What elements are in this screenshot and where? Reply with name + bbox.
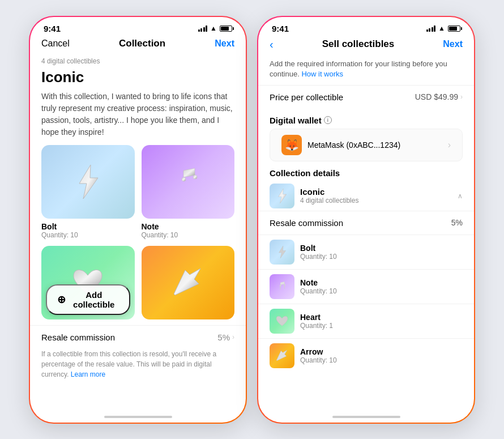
note-icon [171,165,205,199]
resale-disclaimer: If a collectible from this collection is… [30,349,246,380]
arrow-icon [169,266,206,300]
collectible-card-bolt: Bolt Quantity: 10 [41,145,135,239]
status-bar-right: 9:41 ▲ [258,17,474,36]
wallet-heading-row: Digital wallet i [258,109,474,129]
collectible-card-note: Note Quantity: 10 [142,145,235,239]
back-button[interactable]: ‹ [270,38,274,51]
chevron-right-icon: › [232,333,234,341]
next-button-left[interactable]: Next [215,39,234,49]
arrow-qty-right: Quantity: 10 [300,356,337,364]
nav-title-right: Sell collectibles [322,39,395,50]
left-phone-content: 4 digital collectibles Iconic With this … [30,55,246,415]
right-phone: 9:41 ▲ ‹ Sell collectibles Next [257,16,475,424]
left-phone: 9:41 ▲ Cancel Collection Next 4 [29,16,247,424]
add-collectible-button[interactable]: ⊕ Add collectible [46,284,130,315]
wallet-name: MetaMask (0xABC...1234) [307,140,400,150]
bolt-qty-right: Quantity: 10 [300,253,337,261]
bolt-qty: Quantity: 10 [41,231,135,239]
collectible-card-heart: ⊕ Add collectible [41,246,135,319]
status-icons-right: ▲ [426,24,460,32]
item-row-arrow: Arrow Quantity: 10 [258,338,474,373]
svg-marker-7 [279,246,286,258]
resale-row-right: Resale commission 5% [258,211,474,235]
arrow-info: Arrow Quantity: 10 [300,347,337,364]
resale-label: Resale commission [41,333,115,342]
bolt-icon [71,162,105,202]
price-label: Price per collectible [270,92,343,102]
svg-marker-6 [279,189,287,203]
collection-detail-header: Iconic 4 digital collectibles ∧ [258,181,474,211]
heart-thumb-right [270,309,294,334]
next-button-right[interactable]: Next [443,39,463,49]
chevron-up-icon: ∧ [458,192,463,200]
wifi-icon: ▲ [210,24,217,32]
resale-value-right: 5% [451,218,463,227]
battery-icon [220,25,232,32]
bolt-name-right: Bolt [300,244,337,253]
info-icon: i [324,116,332,124]
wallet-row[interactable]: 🦊 MetaMask (0xABC...1234) › [270,129,463,161]
thumb-bolt [41,145,135,219]
item-row-note: Note Quantity: 10 [258,269,474,304]
note-thumb-right [270,274,294,299]
collection-details-heading: Collection details [258,161,474,181]
metamask-icon: 🦊 [281,135,302,155]
nav-bar-right: ‹ Sell collectibles Next [258,36,474,57]
note-icon-right [276,280,288,293]
home-indicator-left [104,416,172,418]
add-circle-icon: ⊕ [57,293,66,306]
svg-marker-12 [276,350,287,361]
page-subtitle: Add the required information for your li… [258,57,474,85]
collection-name: Iconic [300,187,358,197]
heart-qty-right: Quantity: 1 [300,322,333,330]
add-collectible-label: Add collectible [69,290,119,309]
how-it-works-link[interactable]: How it works [301,70,343,78]
collection-info: Iconic 4 digital collectibles [300,187,358,204]
thumb-arrow [142,246,235,319]
heart-name-right: Heart [300,313,333,322]
status-bar-left: 9:41 ▲ [30,17,246,36]
wallet-heading: Digital wallet [270,116,322,125]
resale-label-right: Resale commission [270,218,343,228]
note-label: Note [142,222,235,231]
battery-icon-right [448,25,460,32]
collection-subtitle: 4 digital collectibles [30,55,246,67]
bolt-thumb-right [270,240,294,265]
resale-commission-row[interactable]: Resale commission 5% › [30,325,246,349]
collectibles-grid: Bolt Quantity: 10 [30,145,246,319]
collectible-card-arrow [142,246,235,319]
resale-percent: 5% [217,333,230,342]
nav-title-left: Collection [119,38,165,49]
item-row-heart: Heart Quantity: 1 [258,304,474,338]
thumb-note [142,145,235,219]
price-value: USD $49.99 › [415,92,463,101]
time-right: 9:41 [272,24,289,33]
iconic-bolt-icon [275,187,289,204]
collection-thumb-iconic [270,184,294,208]
bolt-icon-right [276,245,288,259]
status-icons-left: ▲ [198,24,232,32]
svg-marker-0 [79,165,98,199]
collection-title: Iconic [30,67,246,91]
collection-items-count: 4 digital collectibles [300,197,358,204]
arrow-icon-right [275,349,289,363]
learn-more-link[interactable]: Learn more [71,370,105,378]
price-row[interactable]: Price per collectible USD $49.99 › [258,85,474,109]
cancel-button[interactable]: Cancel [41,39,70,49]
wifi-icon-right: ▲ [438,24,445,32]
note-info: Note Quantity: 10 [300,278,337,295]
wallet-left: 🦊 MetaMask (0xABC...1234) [281,135,400,155]
price-chevron-icon: › [460,93,463,101]
note-qty-right: Quantity: 10 [300,287,337,295]
home-indicator-right [332,416,400,418]
svg-marker-5 [174,268,200,295]
add-collectible-overlay: ⊕ Add collectible [41,280,135,319]
arrow-name-right: Arrow [300,347,337,356]
resale-value: 5% › [217,333,234,342]
heart-info: Heart Quantity: 1 [300,313,333,330]
arrow-thumb-right [270,343,294,368]
item-row-bolt: Bolt Quantity: 10 [258,235,474,269]
heart-icon-right [275,315,289,327]
nav-bar-left: Cancel Collection Next [30,36,246,55]
time-left: 9:41 [44,24,61,33]
